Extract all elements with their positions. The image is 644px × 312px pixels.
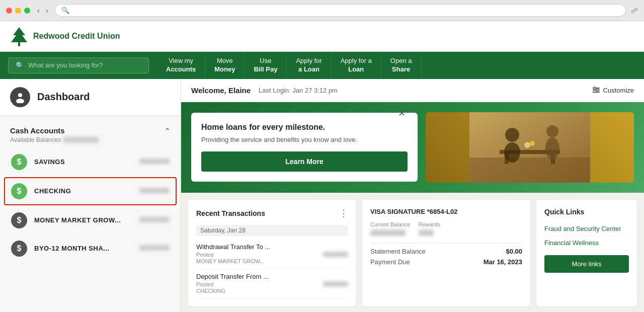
svg-point-7 xyxy=(596,89,598,91)
trans-cat-label-2: CHECKING xyxy=(196,288,225,294)
visa-statement-row: Statement Balance $0.00 xyxy=(370,248,522,255)
account-item-savings[interactable]: $ SAVINGS xyxy=(0,148,181,176)
forward-button[interactable]: › xyxy=(44,6,50,16)
trans-amount-2 xyxy=(323,281,348,288)
money-market-name: MONEY MARKET GROW... xyxy=(34,216,132,224)
url-bar[interactable]: 🔍 xyxy=(55,4,626,17)
welcome-greeting: Welcome, Elaine xyxy=(191,86,251,95)
nav-bill-bottom: Bill Pay xyxy=(254,65,277,74)
visa-payment-label: Payment Due xyxy=(370,258,410,266)
logo-icon xyxy=(10,26,28,46)
available-balances-label: Available Balances xyxy=(10,136,61,143)
quicklink-financial[interactable]: Financial Wellness xyxy=(544,236,629,250)
sidebar: Dashboard Cash Accounts Available Balanc… xyxy=(0,79,181,312)
nav-item-apply-loan2[interactable]: Apply for a Loan xyxy=(332,52,381,79)
visa-current-balance-col: Current Balance xyxy=(370,221,411,238)
banner-title: Home loans for every milestone. xyxy=(201,123,408,132)
visa-payment-value: Mar 16, 2023 xyxy=(484,258,522,266)
nav-loan1-bottom: a Loan xyxy=(298,65,319,74)
search-input[interactable] xyxy=(28,61,141,69)
minimize-traffic-light[interactable] xyxy=(15,8,21,14)
transaction-item-1[interactable]: Withdrawal Transfer To ... Posted MONEY … xyxy=(196,239,348,269)
visa-rewards-label: Rewards xyxy=(419,221,440,227)
banner-image-svg xyxy=(469,112,590,183)
checking-balance-value xyxy=(139,188,170,193)
customize-label: Customize xyxy=(603,87,634,94)
learn-more-button[interactable]: Learn More xyxy=(201,151,408,172)
banner-close-button[interactable]: ✕ xyxy=(395,107,408,119)
transaction-item-2[interactable]: Deposit Transfer From ... Posted CHECKIN… xyxy=(196,269,348,298)
last-login: Last Login: Jan 27 3:12 pm xyxy=(259,87,338,94)
visa-rewards-col: Rewards xyxy=(419,221,440,238)
trans-amount-1 xyxy=(323,252,348,258)
savings-icon: $ xyxy=(11,154,27,170)
visa-balances-row: Current Balance Rewards xyxy=(370,221,522,238)
nav-share-bottom: Share xyxy=(392,65,410,74)
checking-name: CHECKING xyxy=(34,187,132,195)
transactions-menu-button[interactable]: ⋮ xyxy=(339,208,348,219)
byo-share-name: BYO-12 MONTH SHA... xyxy=(34,245,132,252)
more-links-button[interactable]: More links xyxy=(544,255,629,273)
visa-payment-row: Payment Due Mar 16, 2023 xyxy=(370,258,522,266)
savings-balance-value xyxy=(139,159,170,164)
customize-icon xyxy=(592,86,600,94)
nav-loan2-bottom: Loan xyxy=(348,65,364,74)
total-balance-blurred xyxy=(63,137,99,143)
nav-search-icon: 🔍 xyxy=(16,61,24,69)
visa-statement-label: Statement Balance xyxy=(370,248,426,255)
visa-current-balance-label: Current Balance xyxy=(370,221,411,227)
customize-button[interactable]: Customize xyxy=(592,86,634,94)
trans-desc-2: Deposit Transfer From ... xyxy=(196,273,348,280)
cash-accounts-section: Cash Accounts Available Balances ⌃ $ SAV… xyxy=(0,119,181,267)
transactions-title: Recent Transactions xyxy=(196,209,265,217)
collapse-button[interactable]: ⌃ xyxy=(164,126,171,136)
trans-meta-1: Posted xyxy=(196,252,348,258)
quicklink-fraud[interactable]: Fraud and Security Center xyxy=(544,222,629,236)
app-header: Redwood Credit Union xyxy=(0,21,644,52)
account-item-byo-share[interactable]: $ BYO-12 MONTH SHA... xyxy=(0,235,181,263)
svg-point-18 xyxy=(530,141,535,146)
svg-point-17 xyxy=(524,142,530,148)
nav-item-apply-loan1[interactable]: Apply for a Loan xyxy=(287,52,331,79)
quicklinks-widget: Quick Links Fraud and Security Center Fi… xyxy=(536,200,637,306)
content-area: Welcome, Elaine Last Login: Jan 27 3:12 … xyxy=(181,79,644,312)
account-item-money-market[interactable]: $ MONEY MARKET GROW... xyxy=(0,206,181,235)
cash-accounts-header: Cash Accounts Available Balances ⌃ xyxy=(0,119,181,148)
cash-accounts-title: Cash Accounts xyxy=(10,126,99,135)
main-layout: Dashboard Cash Accounts Available Balanc… xyxy=(0,79,644,312)
nav-items: View my Accounts Move Money Use Bill Pay… xyxy=(157,52,422,79)
cash-accounts-title-area: Cash Accounts Available Balances xyxy=(10,126,99,144)
account-item-checking[interactable]: $ CHECKING xyxy=(4,177,177,205)
money-market-balance xyxy=(139,217,170,224)
nav-item-open-share[interactable]: Open a Share xyxy=(381,52,422,79)
visa-divider xyxy=(370,243,522,244)
nav-item-bill-pay[interactable]: Use Bill Pay xyxy=(245,52,287,79)
close-traffic-light[interactable] xyxy=(6,8,12,14)
sidebar-dashboard[interactable]: Dashboard xyxy=(0,79,181,115)
svg-point-13 xyxy=(505,128,519,142)
visa-statement-value: $0.00 xyxy=(506,248,522,255)
traffic-lights xyxy=(6,8,30,14)
nav-item-move-money[interactable]: Move Money xyxy=(205,52,245,79)
transactions-date-bar: Saturday, Jan 28 xyxy=(196,225,348,236)
maximize-traffic-light[interactable] xyxy=(24,8,30,14)
nav-bar: 🔍 View my Accounts Move Money Use Bill P… xyxy=(0,52,644,79)
nav-loan2-top: Apply for a xyxy=(341,57,372,65)
quicklinks-title: Quick Links xyxy=(544,208,629,216)
svg-marker-0 xyxy=(11,27,27,46)
svg-rect-9 xyxy=(469,158,590,183)
byo-share-icon: $ xyxy=(11,241,27,257)
share-button[interactable]: ☍ xyxy=(631,7,638,15)
nav-search-container[interactable]: 🔍 xyxy=(8,57,149,73)
user-icon xyxy=(14,91,26,103)
svg-point-2 xyxy=(16,99,24,103)
trans-category-1: MONEY MARKET GROW... xyxy=(196,258,348,264)
trans-amount-blur-2 xyxy=(323,281,348,287)
nav-move-bottom: Money xyxy=(214,65,235,74)
logo-text: Redwood Credit Union xyxy=(33,32,120,41)
nav-item-accounts[interactable]: View my Accounts xyxy=(157,52,205,79)
back-button[interactable]: ‹ xyxy=(35,6,42,16)
trans-desc-1: Withdrawal Transfer To ... xyxy=(196,243,348,251)
trans-category-2: CHECKING xyxy=(196,288,348,294)
trans-amount-blur-1 xyxy=(323,252,348,257)
